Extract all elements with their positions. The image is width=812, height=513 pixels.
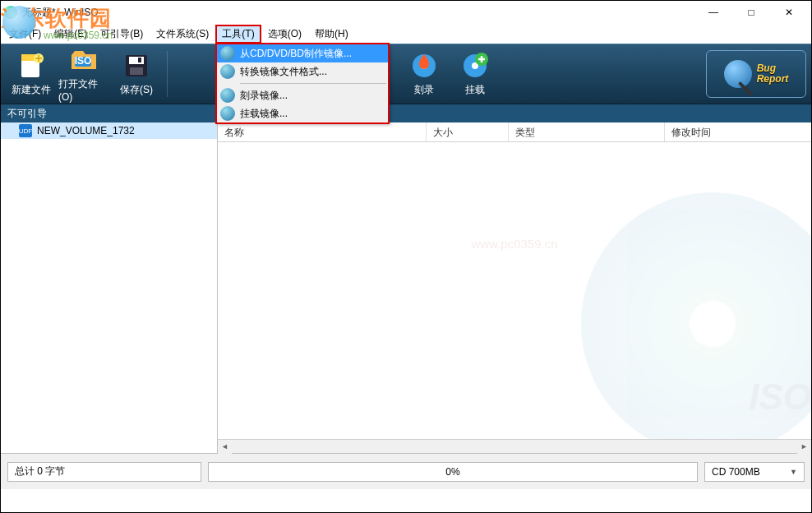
watermark-url: www.pc0359.cn: [471, 237, 557, 251]
menu-edit[interactable]: 编辑(E): [48, 25, 94, 44]
dd-burn-image[interactable]: 刻录镜像...: [217, 86, 388, 104]
toolbar: 新建文件 ISO 打开文件(O) 保存(S) 转换 刻录 挂载 BugRepo: [1, 44, 811, 104]
media-selector[interactable]: CD 700MB ▼: [704, 462, 805, 482]
toolbar-separator: [167, 51, 168, 97]
menu-boot[interactable]: 可引导(B): [94, 25, 150, 44]
burn-button[interactable]: 刻录: [399, 48, 449, 100]
iso-watermark: ISO: [581, 192, 811, 439]
new-file-icon: [16, 51, 46, 81]
horizontal-scrollbar[interactable]: ◄ ►: [218, 439, 811, 453]
disc-convert-icon: [220, 64, 235, 79]
open-file-icon: ISO: [69, 45, 99, 75]
svg-rect-8: [138, 58, 141, 62]
media-label: CD 700MB: [712, 466, 760, 478]
window-title: 无标题* - WinISO: [22, 6, 694, 20]
col-size[interactable]: 大小: [427, 122, 509, 141]
open-file-button[interactable]: ISO 打开文件(O): [58, 48, 109, 100]
magnifier-icon: [724, 60, 752, 88]
close-button[interactable]: ✕: [770, 1, 808, 24]
status-bar: 总计 0 字节 0% CD 700MB ▼: [1, 453, 811, 489]
dropdown-separator: [240, 83, 386, 84]
mount-icon: [460, 51, 490, 81]
save-icon: [122, 51, 151, 81]
chevron-down-icon: ▼: [790, 468, 797, 476]
col-type[interactable]: 类型: [509, 122, 665, 141]
burn-icon: [409, 51, 439, 81]
boot-status-bar: 不可引导: [1, 104, 811, 122]
maximize-button[interactable]: □: [732, 1, 770, 24]
svg-rect-7: [130, 67, 143, 75]
dd-convert-format[interactable]: 转换镜像文件格式...: [217, 62, 388, 81]
app-icon: [4, 6, 17, 19]
tree-root-item[interactable]: UDF NEW_VOLUME_1732: [1, 122, 217, 139]
save-button[interactable]: 保存(S): [111, 48, 162, 100]
title-bar: 无标题* - WinISO — □ ✕: [1, 1, 811, 24]
menu-bar: 文件(F) 编辑(E) 可引导(B) 文件系统(S) 工具(T) 选项(O) 帮…: [1, 24, 811, 44]
new-file-button[interactable]: 新建文件: [6, 48, 57, 100]
volume-icon: UDF: [19, 124, 32, 137]
tools-dropdown: 从CD/DVD/BD制作镜像... 转换镜像文件格式... 刻录镜像... 挂载…: [216, 44, 389, 123]
mount-button[interactable]: 挂载: [450, 48, 500, 100]
list-pane: 名称 大小 类型 修改时间 www.pc0359.cn ISO ◄ ►: [218, 122, 811, 453]
disc-burn-icon: [220, 88, 235, 103]
menu-filesystem[interactable]: 文件系统(S): [150, 25, 215, 44]
disc-mount-icon: [220, 106, 235, 121]
svg-rect-6: [129, 57, 144, 64]
list-header: 名称 大小 类型 修改时间: [218, 122, 811, 142]
menu-options[interactable]: 选项(O): [261, 25, 308, 44]
status-total: 总计 0 字节: [7, 462, 201, 482]
dd-mount-image[interactable]: 挂载镜像...: [217, 104, 388, 122]
disc-make-icon: [220, 46, 235, 61]
tree-pane[interactable]: UDF NEW_VOLUME_1732: [1, 122, 218, 453]
menu-help[interactable]: 帮助(H): [308, 25, 355, 44]
menu-file[interactable]: 文件(F): [2, 25, 48, 44]
tree-root-label: NEW_VOLUME_1732: [37, 125, 135, 136]
col-mtime[interactable]: 修改时间: [665, 122, 811, 141]
dd-make-from-disc[interactable]: 从CD/DVD/BD制作镜像...: [217, 44, 388, 62]
col-name[interactable]: 名称: [218, 122, 427, 141]
scroll-left-icon[interactable]: ◄: [218, 440, 232, 454]
status-progress: 0%: [208, 462, 698, 482]
minimize-button[interactable]: —: [694, 1, 732, 24]
menu-tools[interactable]: 工具(T): [215, 25, 261, 44]
scroll-right-icon[interactable]: ►: [797, 440, 811, 454]
svg-text:ISO: ISO: [75, 55, 92, 67]
boot-status-label: 不可引导: [7, 107, 47, 121]
bug-report-button[interactable]: BugReport: [706, 50, 806, 98]
workspace: UDF NEW_VOLUME_1732 名称 大小 类型 修改时间 www.pc…: [1, 122, 811, 453]
list-body[interactable]: www.pc0359.cn ISO: [218, 142, 811, 439]
